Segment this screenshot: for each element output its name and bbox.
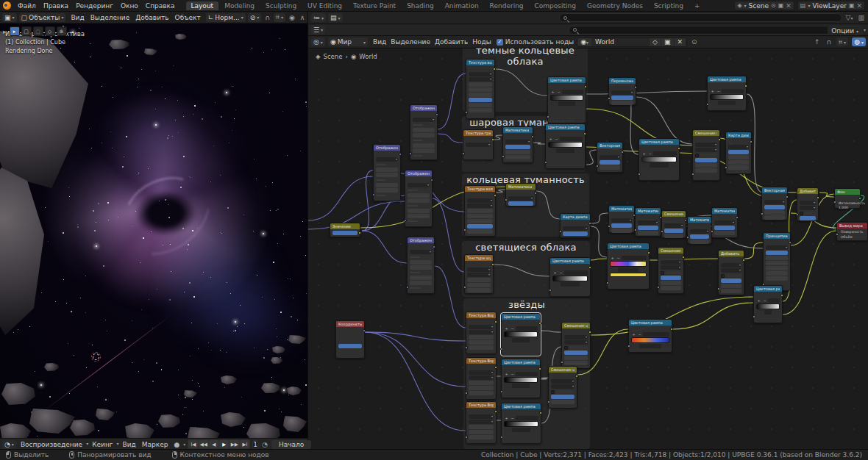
dropdown-field[interactable] xyxy=(469,375,494,380)
timeline-menu-воспроизведение[interactable]: Воспроизведение xyxy=(18,441,85,448)
interpolation-dropdown[interactable] xyxy=(622,256,647,260)
prev-keyframe-button[interactable]: ◀◀ xyxy=(199,440,208,448)
value-field[interactable] xyxy=(764,215,785,220)
value-field[interactable] xyxy=(728,165,749,170)
node-header[interactable]: Вывод мира xyxy=(837,223,867,229)
dropdown-field[interactable] xyxy=(800,206,816,210)
value-field[interactable] xyxy=(669,163,677,168)
input-socket[interactable] xyxy=(706,103,709,106)
tab-uv-editing[interactable]: UV Editing xyxy=(302,1,347,10)
colorramp-gradient[interactable] xyxy=(641,157,677,162)
dropdown-field[interactable] xyxy=(721,263,741,267)
stop-index-field[interactable] xyxy=(756,310,764,315)
shader-node-цветовая-рампа[interactable]: Цветовая рампа+− xyxy=(628,319,672,353)
node-header[interactable]: Текстура Вороного xyxy=(466,402,496,408)
checkbox[interactable] xyxy=(564,346,568,350)
world-browse-button[interactable]: ◉▾ xyxy=(577,38,592,46)
node-header[interactable]: Принципиальный объём xyxy=(764,233,790,239)
interpolation-dropdown[interactable] xyxy=(516,326,538,331)
colorramp-gradient[interactable] xyxy=(504,377,538,383)
input-socket[interactable] xyxy=(561,361,563,364)
shader-node-текстура-вороного[interactable]: Текстура Вороного xyxy=(466,401,497,444)
ramp-controls[interactable]: +− xyxy=(548,137,583,141)
input-socket[interactable] xyxy=(638,173,641,176)
position-field[interactable] xyxy=(764,310,772,315)
interpolation-dropdown[interactable] xyxy=(516,416,538,420)
dropdown-field[interactable] xyxy=(469,414,494,419)
output-socket[interactable] xyxy=(584,85,587,88)
checkbox[interactable] xyxy=(721,274,725,278)
editor-type-button[interactable]: ▣▾ xyxy=(2,13,17,22)
node-header[interactable]: Цветовая рампа xyxy=(546,124,585,130)
value-field-active[interactable] xyxy=(505,145,530,149)
outliner-editor-type-button[interactable]: ≔▾ xyxy=(311,13,326,22)
output-socket[interactable] xyxy=(433,245,435,248)
ramp-position-row[interactable] xyxy=(504,338,538,342)
tab-texture-paint[interactable]: Texture Paint xyxy=(348,1,401,10)
shader-node-цветовая-рампа[interactable]: Цветовая рампа+− xyxy=(638,138,680,181)
menu-рендеринг[interactable]: Рендеринг xyxy=(72,1,117,10)
value-field[interactable] xyxy=(772,310,780,315)
shader-node-текстура-градиента[interactable]: Текстура градиента xyxy=(463,129,494,160)
input-socket[interactable] xyxy=(634,229,637,231)
shader-type-dropdown[interactable]: ◉Мир▾ xyxy=(328,37,368,46)
shader-node-цветовая-рампа[interactable]: Цветовая рампа+− xyxy=(753,285,783,323)
tab-animation[interactable]: Animation xyxy=(440,1,484,10)
dropdown-field[interactable] xyxy=(721,268,741,273)
node-header[interactable]: Математика xyxy=(712,208,737,214)
ramp-position-row[interactable] xyxy=(548,148,583,153)
scene-selector[interactable]: ◈▾ Scene ⊙ ▣ ✕ xyxy=(734,1,794,10)
ramp-remove-button[interactable]: − xyxy=(647,151,652,156)
value-field[interactable] xyxy=(408,209,430,213)
tab-shading[interactable]: Shading xyxy=(402,1,439,10)
input-socket[interactable] xyxy=(761,212,764,215)
tab-layout[interactable]: Layout xyxy=(186,1,219,10)
input-socket[interactable] xyxy=(500,390,503,393)
pivot-dropdown[interactable]: ⊘▾ xyxy=(248,13,262,22)
node-header[interactable]: Цветовая рампа xyxy=(708,76,746,82)
input-socket[interactable] xyxy=(544,161,547,164)
node-header[interactable]: Векторная математика xyxy=(762,187,787,193)
tool-select-box-button[interactable]: ▢ xyxy=(21,26,32,36)
tab-sculpting[interactable]: Sculpting xyxy=(260,1,302,10)
shader-node-цветовая-рампа[interactable]: Цветовая рампа+− xyxy=(607,242,650,290)
dropdown-field[interactable] xyxy=(714,220,735,225)
node-header[interactable]: Математика xyxy=(688,217,711,223)
value-field[interactable] xyxy=(611,229,632,233)
input-socket[interactable] xyxy=(549,289,552,292)
shader-node-отображение[interactable]: Отображение xyxy=(410,104,438,160)
timeline-editor-type-button[interactable]: ◔▾ xyxy=(2,440,16,449)
ramp-controls[interactable]: +− xyxy=(631,332,669,337)
input-socket[interactable] xyxy=(500,348,503,351)
shader-node-цветовая-рампа[interactable]: Цветовая рампа+− xyxy=(707,76,747,111)
value-field[interactable] xyxy=(467,278,491,282)
dropdown-field[interactable] xyxy=(408,183,430,187)
dropdown-field[interactable] xyxy=(800,201,816,205)
shader-node-цветовая-рампа[interactable]: Цветовая рампа+− xyxy=(501,403,541,444)
value-field[interactable] xyxy=(766,266,788,270)
ramp-position-row[interactable] xyxy=(610,267,647,272)
output-socket[interactable] xyxy=(494,194,497,197)
dropdown-field[interactable] xyxy=(467,267,491,272)
shader-node-цветовая-рампа[interactable]: Цветовая рампа+− xyxy=(549,257,591,297)
menu-справка[interactable]: Справка xyxy=(142,1,179,10)
value-field-active[interactable] xyxy=(551,395,574,399)
value-field[interactable] xyxy=(575,148,583,153)
output-socket[interactable] xyxy=(358,231,361,234)
shader-node-смешение-цветов[interactable]: Смешение цветов xyxy=(692,129,720,181)
ramp-controls[interactable]: +− xyxy=(552,270,588,275)
dropdown-field[interactable] xyxy=(508,196,533,201)
dropdown-field[interactable] xyxy=(505,140,530,144)
dropdown-field[interactable] xyxy=(661,260,681,265)
value-field[interactable] xyxy=(695,168,717,173)
interpolation-dropdown[interactable] xyxy=(560,137,583,141)
output-socket[interactable] xyxy=(363,329,366,332)
outliner-options-icon[interactable]: ▥ xyxy=(856,14,866,21)
node-header[interactable]: Карта диапазона xyxy=(561,214,590,220)
ramp-add-button[interactable]: + xyxy=(756,298,761,303)
checkbox-row[interactable] xyxy=(800,211,816,215)
node-header[interactable]: Цветовая рампа xyxy=(629,320,672,326)
value-field[interactable] xyxy=(410,265,432,270)
shader-node-отображение[interactable]: Отображение xyxy=(373,144,401,201)
input-socket[interactable] xyxy=(547,115,549,118)
